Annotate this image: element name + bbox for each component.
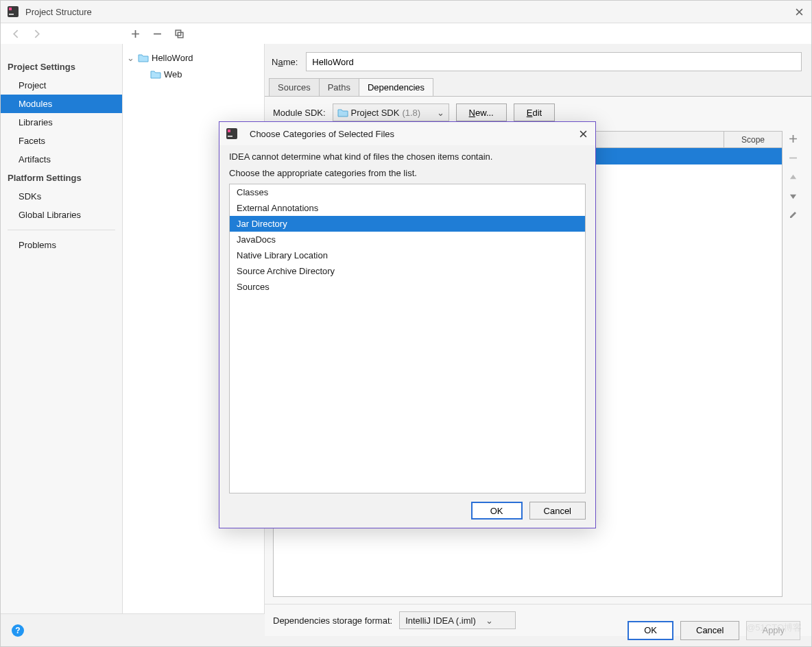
- sidebar-item-sdks[interactable]: SDKs: [1, 187, 122, 206]
- tab-sources[interactable]: Sources: [269, 78, 320, 96]
- close-icon[interactable]: [793, 6, 804, 17]
- dialog-description-2: Choose the appropriate categories from t…: [229, 167, 586, 180]
- list-item[interactable]: Source Archive Directory: [230, 263, 585, 279]
- svg-rect-1: [9, 8, 12, 10]
- dialog-cancel-button[interactable]: Cancel: [529, 502, 586, 520]
- app-icon: [226, 128, 237, 139]
- sidebar: Project Settings Project Modules Librari…: [1, 44, 123, 613]
- new-button[interactable]: New...: [456, 103, 507, 121]
- name-label: Name:: [272, 57, 298, 67]
- help-icon[interactable]: ?: [12, 624, 24, 637]
- nav-row: [1, 23, 811, 44]
- remove-icon[interactable]: [152, 28, 163, 39]
- list-item[interactable]: Jar Directory: [230, 216, 585, 232]
- move-up-icon[interactable]: [787, 171, 799, 183]
- dialog-ok-button[interactable]: OK: [471, 502, 523, 520]
- sidebar-item-problems[interactable]: Problems: [1, 236, 122, 254]
- sdk-version: (1.8): [402, 108, 420, 118]
- ok-button[interactable]: OK: [628, 621, 673, 640]
- edit-button[interactable]: Edit: [514, 103, 555, 121]
- list-item[interactable]: JavaDocs: [230, 232, 585, 247]
- folder-icon: [337, 108, 348, 117]
- chevron-down-icon[interactable]: ⌄: [127, 53, 135, 63]
- svg-rect-6: [228, 130, 230, 132]
- category-list[interactable]: ClassesExternal AnnotationsJar Directory…: [229, 184, 586, 493]
- tab-dependencies[interactable]: Dependencies: [359, 78, 433, 96]
- storage-format-label: Dependencies storage format:: [273, 615, 392, 626]
- forward-icon[interactable]: [31, 28, 42, 39]
- folder-icon: [138, 53, 149, 62]
- sidebar-divider: [8, 230, 115, 230]
- apply-button: Apply: [746, 621, 800, 640]
- list-item[interactable]: Classes: [230, 184, 585, 200]
- folder-icon: [150, 69, 161, 79]
- dialog-title: Choose Categories of Selected Files: [250, 129, 577, 139]
- remove-icon[interactable]: [787, 151, 799, 164]
- app-icon: [8, 6, 19, 17]
- svg-rect-2: [9, 14, 14, 15]
- storage-format-value: IntelliJ IDEA (.iml): [405, 615, 476, 626]
- tree-item-label: HelloWord: [152, 53, 193, 63]
- module-sdk-label: Module SDK:: [273, 108, 326, 118]
- window-title: Project Structure: [25, 7, 793, 17]
- cancel-button[interactable]: Cancel: [680, 621, 739, 640]
- platform-settings-header: Platform Settings: [1, 169, 122, 187]
- project-settings-header: Project Settings: [1, 58, 122, 76]
- add-icon[interactable]: [787, 132, 799, 145]
- choose-categories-dialog: Choose Categories of Selected Files IDEA…: [219, 121, 596, 528]
- sidebar-item-global-libraries[interactable]: Global Libraries: [1, 206, 122, 224]
- chevron-down-icon: ⌄: [437, 108, 444, 118]
- sidebar-item-libraries[interactable]: Libraries: [1, 113, 122, 132]
- list-item[interactable]: Sources: [230, 279, 585, 295]
- tree-item-root[interactable]: ⌄ HelloWord: [123, 49, 264, 66]
- sdk-value: Project SDK: [351, 108, 400, 118]
- chevron-down-icon: ⌄: [486, 615, 493, 626]
- edit-icon[interactable]: [787, 209, 799, 221]
- titlebar: Project Structure: [1, 1, 811, 23]
- svg-rect-7: [228, 136, 232, 137]
- tabs: Sources Paths Dependencies: [265, 78, 811, 96]
- copy-icon[interactable]: [174, 28, 184, 39]
- module-sdk-dropdown[interactable]: Project SDK (1.8) ⌄: [333, 103, 449, 121]
- column-scope[interactable]: Scope: [724, 132, 782, 147]
- list-item[interactable]: Native Library Location: [230, 247, 585, 263]
- back-icon[interactable]: [10, 28, 21, 39]
- tree-item-web[interactable]: Web: [123, 66, 264, 82]
- tab-paths[interactable]: Paths: [319, 78, 359, 96]
- sidebar-item-artifacts[interactable]: Artifacts: [1, 150, 122, 169]
- close-icon[interactable]: [577, 128, 588, 139]
- name-input[interactable]: [306, 52, 802, 71]
- sidebar-item-modules[interactable]: Modules: [1, 95, 122, 113]
- dialog-description-1: IDEA cannot determine what kind of files…: [229, 151, 586, 163]
- tree-item-label: Web: [164, 69, 182, 80]
- sidebar-item-facets[interactable]: Facets: [1, 132, 122, 150]
- list-item[interactable]: External Annotations: [230, 200, 585, 216]
- sidebar-item-project[interactable]: Project: [1, 76, 122, 95]
- storage-format-dropdown[interactable]: IntelliJ IDEA (.iml) ⌄: [399, 611, 516, 629]
- add-icon[interactable]: [130, 28, 141, 39]
- move-down-icon[interactable]: [787, 190, 799, 202]
